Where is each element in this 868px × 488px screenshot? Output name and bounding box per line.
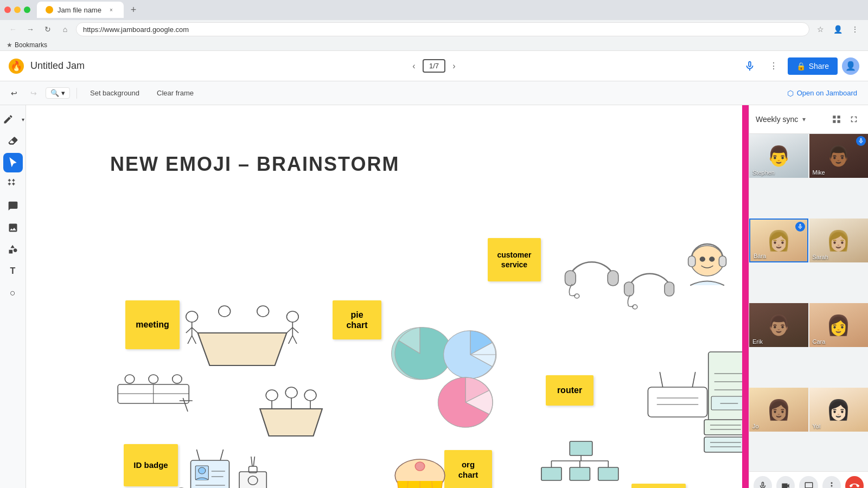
zoom-control[interactable]: 🔍 ▾	[46, 87, 70, 99]
svg-point-39	[633, 305, 637, 309]
svg-line-58	[220, 450, 223, 460]
svg-point-24	[266, 390, 278, 401]
bookmark-bar: ★ Bookmarks	[0, 39, 868, 51]
undo-button[interactable]: ↩	[7, 86, 22, 101]
svg-line-12	[292, 328, 298, 333]
eraser-tool[interactable]	[3, 131, 23, 151]
svg-point-1	[186, 311, 198, 322]
bookmark-star-icon[interactable]: ☆	[814, 23, 827, 36]
svg-line-21	[183, 398, 188, 412]
meet-end-call-btn[interactable]	[845, 476, 864, 488]
active-tab[interactable]: Jam file name ×	[37, 2, 124, 18]
svg-rect-37	[624, 282, 634, 296]
meet-fullscreen-btn[interactable]	[846, 112, 861, 127]
browser-chrome: Jam file name × + ← → ↻ ⌂ https://www.ja…	[0, 0, 868, 39]
share-label: Share	[809, 62, 829, 70]
sticky-id-badge[interactable]: ID badge	[124, 444, 178, 486]
svg-point-18	[125, 375, 134, 383]
minimize-window-btn[interactable]	[14, 7, 21, 13]
sticky-customer-service-text: customer service	[494, 250, 534, 269]
meet-header: Weekly sync ▾	[749, 105, 868, 134]
maximize-window-btn[interactable]	[24, 7, 30, 13]
laser-tool[interactable]	[3, 175, 23, 194]
svg-line-14	[292, 336, 297, 344]
sticky-meeting-text: meeting	[136, 319, 169, 331]
sticky-pie-chart[interactable]: pie chart	[333, 300, 381, 339]
meet-present-btn[interactable]	[799, 476, 818, 488]
forward-btn[interactable]: →	[24, 23, 37, 36]
svg-line-48	[660, 372, 662, 387]
participant-sarah: 👩🏼 Sarah	[809, 219, 869, 262]
meet-more-btn[interactable]	[822, 476, 841, 488]
browser-more-icon[interactable]: ⋮	[848, 23, 861, 36]
svg-rect-82	[541, 467, 561, 480]
back-btn[interactable]: ←	[7, 23, 20, 36]
svg-rect-44	[719, 256, 726, 267]
browser-toolbar: ← → ↻ ⌂ https://www.jamboard.google.com …	[0, 20, 868, 39]
svg-point-69	[248, 476, 257, 485]
address-bar[interactable]: https://www.jamboard.google.com	[76, 22, 809, 36]
app-title[interactable]: Untitled Jam	[30, 60, 733, 72]
circle-tool[interactable]: ○	[3, 283, 23, 303]
home-btn[interactable]: ⌂	[59, 23, 72, 36]
new-tab-btn[interactable]: +	[126, 2, 141, 17]
participants-grid: 👨 Stephen 👨🏾 Mike 👩🏼 Bára	[749, 134, 868, 471]
select-tool[interactable]	[3, 153, 23, 172]
close-window-btn[interactable]	[4, 7, 11, 13]
tab-close-btn[interactable]: ×	[107, 6, 115, 14]
canvas-area[interactable]: NEW EMOJI – BRAINSTORM meeting pie chart…	[26, 105, 749, 488]
shape-tool[interactable]	[3, 240, 23, 259]
svg-point-40	[691, 246, 724, 276]
svg-point-19	[149, 375, 158, 383]
user-avatar[interactable]: 👤	[842, 57, 859, 75]
sticky-id-badge-text: ID badge	[133, 460, 168, 471]
svg-point-108	[395, 459, 445, 488]
svg-rect-38	[665, 282, 674, 296]
sticky-note-tool[interactable]	[3, 196, 23, 216]
frame-navigation: ‹ 1/7 ›	[407, 59, 461, 73]
svg-point-8	[257, 306, 269, 317]
set-background-label: Set background	[90, 89, 139, 97]
pen-tool[interactable]	[0, 110, 18, 129]
open-on-jamboard-btn[interactable]: ⬡ Open on Jamboard	[783, 87, 861, 100]
app-header: 🔥 Untitled Jam ‹ 1/7 › ⋮ 🔒 Share 👤	[0, 51, 868, 81]
svg-point-112	[415, 462, 424, 471]
google-meet-mic-btn[interactable]	[740, 56, 760, 76]
header-more-btn[interactable]: ⋮	[764, 56, 783, 76]
svg-rect-15	[118, 384, 189, 403]
logo-icon: 🔥	[10, 60, 22, 72]
redo-button[interactable]: ↪	[26, 86, 41, 101]
meet-mic-btn[interactable]	[754, 476, 772, 488]
sticky-meeting[interactable]: meeting	[125, 300, 180, 349]
svg-marker-23	[260, 409, 322, 436]
sticky-customer-service[interactable]: customer service	[488, 238, 541, 281]
meet-dropdown-icon[interactable]: ▾	[802, 115, 806, 123]
svg-line-68	[253, 457, 254, 466]
sticky-note-item[interactable]: sticky note	[631, 484, 686, 488]
profile-icon[interactable]: 👤	[831, 23, 844, 36]
frame-indicator[interactable]: 1/7	[423, 59, 445, 73]
svg-rect-45	[648, 387, 707, 417]
sticky-org-chart[interactable]: org chart	[444, 450, 492, 488]
svg-rect-35	[608, 271, 618, 286]
meet-title: Weekly sync	[756, 115, 798, 124]
sticky-router[interactable]: router	[546, 375, 593, 406]
svg-line-109	[406, 481, 408, 488]
participant-stephen-name: Stephen	[752, 169, 775, 176]
toolbar-separator-1	[76, 88, 77, 99]
text-tool[interactable]: T	[3, 261, 23, 281]
clear-frame-button[interactable]: Clear frame	[150, 87, 200, 99]
zoom-chevron: ▾	[61, 89, 65, 97]
share-button[interactable]: 🔒 Share	[788, 57, 838, 75]
meet-grid-view-btn[interactable]	[829, 112, 844, 127]
svg-line-13	[289, 336, 293, 344]
refresh-btn[interactable]: ↻	[41, 23, 54, 36]
prev-frame-btn[interactable]: ‹	[407, 60, 420, 73]
svg-line-5	[188, 336, 192, 344]
meet-camera-btn[interactable]	[776, 476, 795, 488]
set-background-button[interactable]: Set background	[84, 87, 146, 99]
window-controls	[4, 7, 30, 13]
next-frame-btn[interactable]: ›	[448, 60, 461, 73]
image-tool[interactable]	[3, 218, 23, 237]
bookmarks-label[interactable]: Bookmarks	[15, 41, 47, 49]
